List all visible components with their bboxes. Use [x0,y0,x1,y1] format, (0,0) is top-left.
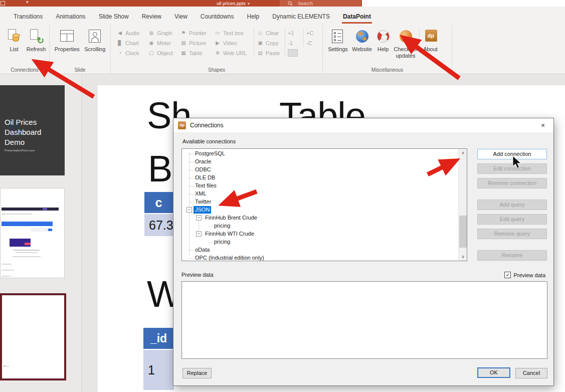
tab-dynamic-elements[interactable]: Dynamic ELEMENTS [266,10,336,25]
object-button[interactable]: ▢Object [148,49,175,57]
connections-tree[interactable]: PostgreSQL Oracle ODBC OLE DB Text files… [181,148,467,261]
preview-data-checkbox-row[interactable]: ✓ Preview data [504,272,545,278]
tab-view[interactable]: View [168,10,194,25]
chart-button[interactable]: ▊Chart [116,39,143,47]
clock-icon: ◔ [116,50,123,56]
picture-button[interactable]: ▨Picture [180,39,209,47]
close-icon[interactable]: × [538,121,547,130]
plus-c-button[interactable]: +C [306,29,317,37]
minus-one-button[interactable]: -1 [288,39,301,47]
tree-item-opc[interactable]: OPC (Industrial edition only) [182,254,458,262]
graph-icon: ◍ [148,30,155,36]
tab-slide-show[interactable]: Slide Show [92,10,135,25]
rename-button: Rename [477,250,547,261]
clock-button[interactable]: ◔Clock [116,49,143,57]
text-box-icon: ▭ [214,30,221,36]
slide-thumbnail-2[interactable] [0,188,65,278]
scrollbar-thumb[interactable] [459,216,467,248]
refresh-button[interactable]: ↻ Refresh [25,28,47,53]
paste-button[interactable]: ▤Paste [257,49,282,57]
tree-item-oracle[interactable]: Oracle [182,158,458,166]
search-placeholder: Search [298,1,313,6]
edit-connection-button: Edit connection [477,163,547,174]
web-url-button[interactable]: ⊕Web URL [214,49,251,57]
tree-item-odbc[interactable]: ODBC [182,166,458,174]
clear-button[interactable]: ◇Clear [257,29,282,37]
help-button[interactable]: Help [374,28,392,53]
slide-thumbnail-3-selected[interactable]: API.at [0,293,66,380]
available-connections-label: Available connections [182,138,236,144]
tree-scrollbar[interactable]: ∧ ∨ [458,149,467,261]
tree-item-finnhub-wti[interactable]: −FinnHub WTI Crude [182,230,458,238]
video-icon: ▶ [214,40,221,46]
document-title: oil prices.pptx▾ [185,1,281,6]
audio-icon: ◀ [116,30,123,36]
tree-item-odata[interactable]: oData [182,246,458,254]
copy-icon: ▣ [257,40,264,46]
tree-item-oledb[interactable]: OLE DB [182,174,458,182]
audio-button[interactable]: ◀Audio [116,29,143,37]
text-box-button[interactable]: ▭Text box [214,29,251,37]
web-url-icon: ⊕ [214,50,221,56]
tab-datapoint[interactable]: DataPoint [336,10,378,25]
settings-button[interactable]: Settings [326,28,350,53]
meter-icon: ◉ [148,40,155,46]
ribbon-group-miscellaneous: Settings Website Help Check for updates … [323,25,452,74]
check-updates-button[interactable]: Check for updates [392,28,419,59]
copy-button[interactable]: ▣Copy [257,39,282,47]
plus-one-button[interactable]: +1 [288,29,301,37]
tree-item-postgresql[interactable]: PostgreSQL [182,150,458,158]
cancel-button[interactable]: Cancel [515,368,547,378]
tree-expander-icon[interactable]: − [196,215,202,221]
tree-item-finnhub-brent[interactable]: −FinnHub Brent Crude [182,214,458,222]
slide-thumbnail-1[interactable]: Oil Prices Dashboard Demo PresentationPo… [0,85,65,175]
properties-button[interactable]: Properties [53,28,81,53]
scrolling-button[interactable]: Scrolling [81,28,108,53]
video-button[interactable]: ▶Video [214,39,251,47]
scroll-up-icon[interactable]: ∧ [459,149,467,157]
about-button[interactable]: dp About [419,28,441,53]
tree-item-xml[interactable]: XML [182,190,458,198]
add-connection-button[interactable]: Add connection [477,149,547,159]
edit-query-button: Edit query [477,214,547,225]
tab-help[interactable]: Help [241,10,266,25]
tree-expander-icon[interactable]: − [196,231,202,237]
settings-icon [331,29,345,45]
object-icon: ▢ [148,50,155,56]
ok-button[interactable]: OK [477,367,510,378]
pointer-button[interactable]: ⚑Pointer [180,29,209,37]
tab-transitions[interactable]: Transitions [7,10,49,25]
ribbon: List ↻ Refresh Connections Properties Sc… [0,25,565,74]
group-label-miscellaneous: Miscellaneous [323,67,452,73]
title-caret-icon[interactable]: ▾ [248,2,250,6]
list-button[interactable]: List [3,28,25,53]
scrolling-icon [88,29,102,45]
tab-countdowns[interactable]: Countdowns [194,10,241,25]
tree-item-twitter[interactable]: Twitter [182,198,458,206]
website-button[interactable]: Website [350,28,374,53]
preview-checkbox-label: Preview data [513,272,545,278]
ribbon-group-connections: List ↻ Refresh Connections [0,25,50,74]
title-bar: ▾ oil prices.pptx▾ Search [0,0,362,7]
tab-review[interactable]: Review [135,10,168,25]
ribbon-group-shapes: ◀Audio ▊Chart ◔Clock ◍Graph ◉Meter ▢Obje… [111,25,323,74]
tree-item-json-selected[interactable]: −JSON [182,206,458,214]
tree-expander-icon[interactable]: − [186,207,192,213]
search-input[interactable]: Search [280,0,361,7]
checkbox-checked-icon[interactable]: ✓ [504,272,511,278]
tree-item-text-files[interactable]: Text files [182,182,458,190]
table-button[interactable]: ▦Table [180,49,209,57]
tree-item-brent-pricing[interactable]: pricing [182,222,458,230]
tab-animations[interactable]: Animations [49,10,92,25]
connections-dialog: dp Connections × Available connections P… [173,118,554,386]
quick-access-toolbar-caret-icon[interactable]: ▾ [26,0,29,5]
scroll-down-icon[interactable]: ∨ [459,253,467,261]
group-label-slide: Slide [50,67,110,73]
minus-c-button[interactable]: -C [306,39,317,47]
replace-button[interactable]: Replace [182,368,212,378]
graph-button[interactable]: ◍Graph [148,29,175,37]
tree-item-wti-pricing[interactable]: pricing [182,238,458,246]
dialog-title-bar[interactable]: dp Connections × [173,118,553,132]
meter-button[interactable]: ◉Meter [148,39,175,47]
color-swatch[interactable] [288,49,301,57]
